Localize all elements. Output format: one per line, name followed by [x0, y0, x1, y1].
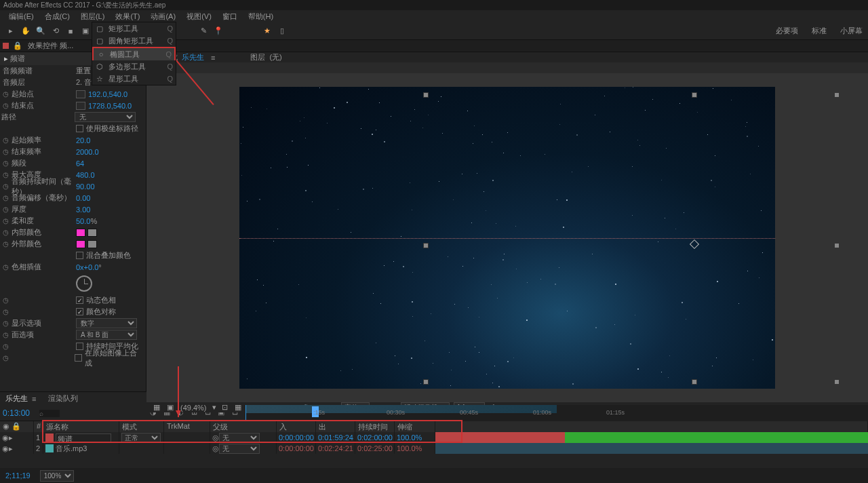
hue-wheel-icon[interactable]	[76, 275, 92, 292]
stopwatch-icon[interactable]: ◷	[3, 320, 9, 327]
grid-toggle-icon[interactable]: ▦	[233, 402, 243, 412]
zoom-value[interactable]: (49.4%)	[179, 403, 208, 412]
outer-swatch[interactable]	[76, 240, 85, 248]
pan-tool-icon[interactable]: ▣	[79, 24, 92, 38]
col-idx[interactable]: #	[34, 421, 43, 432]
stopwatch-icon[interactable]: ◷	[3, 136, 9, 144]
pen-tool-icon[interactable]: ✎	[197, 24, 210, 38]
stopwatch-icon[interactable]: ◷	[3, 206, 9, 213]
path-select[interactable]: 无	[75, 112, 136, 122]
col-mode[interactable]: 模式	[119, 421, 164, 432]
stopwatch-icon[interactable]: ◷	[3, 308, 9, 315]
col-parent[interactable]: 父级	[210, 421, 277, 432]
search-input[interactable]	[39, 410, 60, 417]
timeline-search[interactable]	[39, 409, 148, 417]
composition-viewer[interactable]	[239, 87, 775, 389]
stopwatch-icon[interactable]: ◷	[3, 194, 9, 201]
grid-icon[interactable]: ▦	[152, 402, 161, 412]
eyedropper-icon[interactable]	[87, 229, 97, 237]
row1-mode[interactable]: 正常	[121, 433, 161, 443]
row1-dur[interactable]: 0:02:00:00	[355, 432, 395, 443]
display-select[interactable]: 数字	[76, 318, 137, 328]
prop-polar[interactable]: 使用极坐标路径	[0, 123, 146, 134]
row1-name[interactable]: 频谱	[56, 433, 111, 442]
prop-soft[interactable]: ◷柔和度50.0%	[0, 215, 146, 227]
row1-in[interactable]: 0:00:00:00	[277, 432, 316, 443]
prop-start[interactable]: ◷起始点192.0,540.0	[0, 88, 146, 100]
row2-parent[interactable]: 无	[219, 444, 260, 454]
menu-help[interactable]: 帮助(H)	[243, 10, 279, 22]
hand-tool-icon[interactable]: ✋	[19, 24, 33, 38]
lock-col-icon[interactable]: 🔒	[12, 422, 21, 430]
star-tool[interactable]: ☆星形工具Q	[92, 73, 176, 85]
orig-checkbox[interactable]	[75, 354, 82, 362]
menu-layer[interactable]: 图层(L)	[75, 10, 110, 22]
timeline-tab-comp[interactable]: 乐先生	[5, 393, 28, 404]
col-in[interactable]: 入	[277, 421, 316, 432]
timeline-tab-menu-icon[interactable]: ≡	[32, 395, 36, 403]
row2-in[interactable]: 0:00:00:00	[277, 443, 316, 454]
stopwatch-icon[interactable]: ◷	[3, 159, 9, 167]
stopwatch-icon[interactable]: ◷	[3, 354, 9, 362]
eye-col-icon[interactable]: ◉	[3, 422, 9, 430]
menu-view[interactable]: 视图(V)	[181, 10, 217, 22]
polar-checkbox[interactable]	[76, 125, 83, 132]
inner-swatch[interactable]	[76, 229, 85, 237]
star-fav-icon[interactable]: ★	[260, 24, 274, 38]
zoom-tool-icon[interactable]: 🔍	[34, 24, 47, 38]
row2-name[interactable]: 音乐.mp3	[56, 444, 87, 454]
stopwatch-icon[interactable]: ◷	[3, 102, 9, 109]
bbox-handle-mr[interactable]	[834, 243, 840, 248]
timeline-tab-render[interactable]: 渲染队列	[48, 393, 78, 404]
stopwatch-icon[interactable]: ◷	[3, 229, 9, 236]
prop-dur[interactable]: ◷音频持续时间（毫秒）90.00	[0, 180, 146, 192]
dynhue-checkbox[interactable]: ✓	[76, 296, 83, 304]
position-icon[interactable]	[76, 90, 85, 98]
sym-checkbox[interactable]: ✓	[76, 308, 83, 315]
ellipse-tool[interactable]: ○椭圆工具Q	[94, 48, 174, 60]
row2-bar[interactable]	[435, 443, 868, 454]
bbox-handle-br[interactable]	[834, 379, 840, 385]
col-str[interactable]: 伸缩	[395, 421, 435, 432]
bbox-handle-tc[interactable]	[692, 92, 697, 98]
stopwatch-icon[interactable]: ◷	[3, 182, 9, 190]
prop-sym[interactable]: ◷✓颜色对称	[0, 306, 146, 317]
bbox-handle-tl[interactable]	[423, 92, 429, 98]
layout-icon[interactable]: ▣	[165, 402, 175, 412]
prop-thick[interactable]: ◷厚度3.00	[0, 204, 146, 215]
row2-dur[interactable]: 0:02:25:00	[355, 443, 395, 454]
prop-end-freq[interactable]: ◷结束频率2000.0	[0, 146, 146, 157]
stopwatch-icon[interactable]: ◷	[3, 240, 9, 248]
menu-comp[interactable]: 合成(C)	[39, 10, 75, 22]
avg-checkbox[interactable]	[76, 343, 83, 350]
stopwatch-icon[interactable]: ◷	[3, 331, 9, 339]
menu-effect[interactable]: 效果(T)	[110, 10, 145, 22]
bookmark-icon[interactable]: ▯	[275, 24, 289, 38]
stopwatch-icon[interactable]: ◷	[3, 296, 9, 304]
menu-edit[interactable]: 编辑(E)	[3, 10, 39, 22]
row2-out[interactable]: 0:02:24:21	[316, 443, 355, 454]
viewer-area[interactable]	[146, 73, 868, 402]
prop-outer-color[interactable]: ◷外部颜色	[0, 238, 146, 250]
orbit-tool-icon[interactable]: ⟲	[49, 24, 62, 38]
side-select[interactable]: A 和 B 面	[76, 330, 137, 340]
workspace-essentials[interactable]: 必要项	[776, 26, 798, 36]
footer-zoom[interactable]: 100%	[40, 470, 74, 482]
workspace-small[interactable]: 小屏幕	[840, 26, 863, 36]
bbox-handle-tr[interactable]	[834, 92, 840, 98]
col-src[interactable]: 源名称	[43, 421, 119, 432]
prop-start-freq[interactable]: ◷起始频率20.0	[0, 134, 146, 146]
layer-row-1[interactable]: ◉ ▸ 1 频谱 正常 ◎ 无 0:00:00:00 0:01:59:24 0:…	[0, 432, 868, 443]
stopwatch-icon[interactable]: ◷	[3, 343, 9, 350]
row1-out[interactable]: 0:01:59:24	[316, 432, 355, 443]
roundrect-tool[interactable]: ▢圆角矩形工具Q	[92, 35, 176, 47]
bbox-handle-bl[interactable]	[423, 379, 429, 385]
selection-tool-icon[interactable]: ▸	[4, 24, 18, 38]
effect-controls-tab[interactable]: 效果控件 频...	[28, 41, 73, 51]
prop-inner-color[interactable]: ◷内部颜色	[0, 227, 146, 238]
prop-end[interactable]: ◷结束点1728.0,540.0	[0, 100, 146, 111]
menu-window[interactable]: 窗口	[217, 10, 243, 22]
bbox-handle-bc[interactable]	[692, 379, 697, 385]
menu-anim[interactable]: 动画(A)	[145, 10, 181, 22]
workspace-standard[interactable]: 标准	[812, 26, 827, 36]
